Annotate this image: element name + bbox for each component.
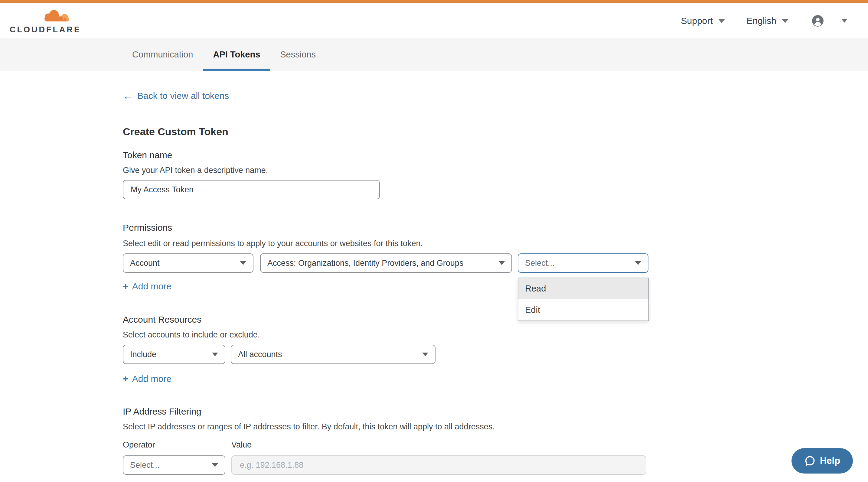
account-menu[interactable] — [812, 15, 847, 27]
permissions-add-more-link[interactable]: + Add more — [123, 281, 172, 292]
help-button-label: Help — [820, 455, 840, 466]
back-to-tokens-link[interactable]: ← Back to view all tokens — [123, 91, 229, 101]
spacer — [225, 455, 231, 475]
spacer — [225, 345, 231, 364]
ip-operator-select[interactable]: Select... — [123, 455, 225, 475]
add-more-label: Add more — [132, 281, 172, 291]
chevron-down-icon — [842, 19, 847, 23]
chevron-down-icon — [782, 19, 788, 23]
plus-icon: + — [123, 281, 128, 292]
token-name-heading: Token name — [123, 150, 172, 160]
help-button[interactable]: Help — [792, 448, 853, 474]
account-resources-heading: Account Resources — [123, 315, 202, 325]
chat-bubble-icon — [804, 455, 816, 467]
tab-label: Communication — [132, 50, 193, 60]
ip-filtering-row: Select... — [123, 455, 646, 475]
tab-label: API Tokens — [213, 50, 260, 60]
ip-value-input[interactable] — [231, 455, 646, 475]
ip-operator-placeholder: Select... — [130, 460, 160, 470]
token-name-description: Give your API token a descriptive name. — [123, 166, 268, 175]
account-resources-description: Select accounts to include or exclude. — [123, 330, 260, 340]
cloudflare-cloud-icon — [37, 8, 72, 25]
cloudflare-logo[interactable]: CLOUDFLARE — [10, 6, 75, 36]
permission-level-select[interactable]: Select... — [518, 253, 648, 273]
permissions-heading: Permissions — [123, 223, 172, 233]
permission-scope-select[interactable]: Account — [123, 253, 253, 273]
tab-api-tokens[interactable]: API Tokens — [203, 38, 270, 71]
tabbar: Communication API Tokens Sessions — [0, 38, 868, 71]
user-avatar-icon — [812, 15, 824, 27]
resource-mode-value: Include — [130, 350, 156, 359]
chevron-down-icon — [718, 19, 725, 23]
spacer — [512, 253, 518, 273]
permission-level-menu: Read Edit — [518, 278, 649, 321]
support-menu[interactable]: Support — [681, 16, 725, 26]
ip-filtering-description: Select IP addresses or ranges of IP addr… — [123, 422, 495, 431]
chevron-down-icon — [635, 261, 641, 265]
permission-group-select[interactable]: Access: Organizations, Identity Provider… — [260, 253, 512, 273]
permissions-row: Account Access: Organizations, Identity … — [123, 253, 648, 273]
resource-mode-select[interactable]: Include — [123, 345, 225, 364]
top-accent-bar — [0, 0, 868, 3]
chevron-down-icon — [240, 261, 246, 265]
menu-option-read[interactable]: Read — [518, 278, 648, 299]
permission-group-value: Access: Organizations, Identity Provider… — [267, 259, 463, 268]
permissions-description: Select edit or read permissions to apply… — [123, 239, 423, 248]
menu-option-edit[interactable]: Edit — [518, 299, 648, 321]
language-menu-label: English — [747, 16, 776, 26]
spacer — [253, 253, 260, 273]
language-menu[interactable]: English — [747, 16, 788, 26]
permission-level-placeholder: Select... — [525, 259, 555, 268]
chevron-down-icon — [499, 261, 505, 265]
ip-filtering-heading: IP Address Filtering — [123, 407, 202, 417]
resource-accounts-value: All accounts — [238, 350, 282, 359]
tab-communication[interactable]: Communication — [122, 38, 203, 71]
support-menu-label: Support — [681, 16, 713, 26]
chevron-down-icon — [212, 353, 218, 356]
plus-icon: + — [123, 373, 128, 384]
account-resources-row: Include All accounts — [123, 345, 435, 364]
tab-sessions[interactable]: Sessions — [270, 38, 326, 71]
tab-label: Sessions — [280, 50, 316, 60]
resource-accounts-select[interactable]: All accounts — [231, 345, 435, 364]
operator-label: Operator — [123, 440, 155, 450]
value-label: Value — [231, 440, 252, 450]
chevron-down-icon — [212, 463, 218, 467]
account-resources-add-more-link[interactable]: + Add more — [123, 373, 172, 384]
token-name-input[interactable] — [123, 180, 380, 199]
header-menus: Support English — [681, 3, 847, 38]
cloudflare-wordmark: CLOUDFLARE — [10, 25, 81, 34]
page-title: Create Custom Token — [123, 126, 228, 137]
add-more-label: Add more — [132, 374, 172, 384]
header: CLOUDFLARE Support English — [0, 3, 868, 38]
back-link-label: Back to view all tokens — [137, 91, 229, 101]
chevron-down-icon — [422, 353, 428, 356]
permission-scope-value: Account — [130, 259, 160, 268]
back-arrow-icon: ← — [123, 91, 133, 100]
